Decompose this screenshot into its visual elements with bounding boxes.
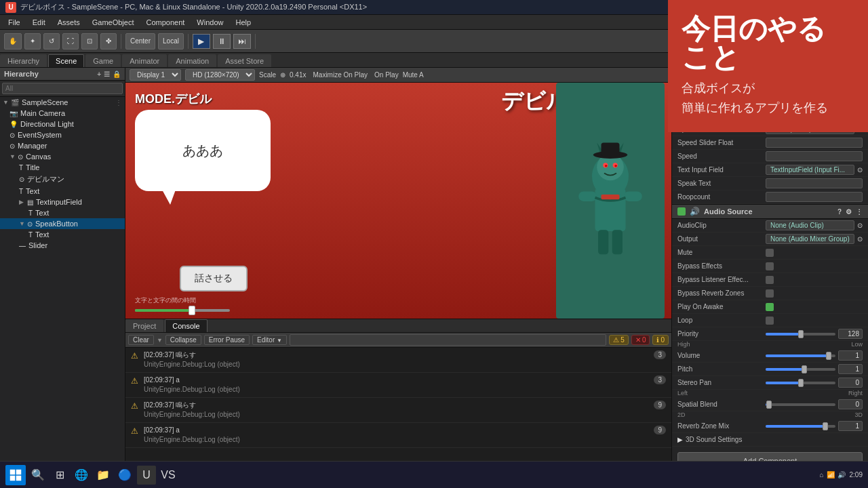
start-button[interactable] (5, 465, 26, 485)
tree-item-text1[interactable]: T Text (0, 186, 125, 197)
taskbar-search[interactable]: 🔍 (28, 466, 47, 485)
tree-item-main-camera[interactable]: 📷 Main Camera (0, 108, 125, 119)
tab-game[interactable]: Game (85, 54, 121, 67)
taskbar-taskview[interactable]: ⊞ (50, 466, 69, 485)
reverb-slider[interactable] (766, 425, 835, 428)
tool-combined[interactable]: ✤ (100, 33, 117, 49)
pitch-value[interactable]: 1 (838, 364, 863, 374)
tree-item-eventsystem[interactable]: ⊙ EventSystem (0, 129, 125, 140)
menu-window[interactable]: Window (191, 17, 229, 28)
ref-settings-2[interactable]: ⊙ (857, 166, 863, 174)
tree-item-text3[interactable]: T Text (0, 229, 125, 240)
hierarchy-add[interactable]: + (97, 70, 101, 78)
ref-audioclip[interactable]: None (Audio Clip) (766, 220, 854, 230)
input-speed[interactable]: 0.0805665 (766, 151, 863, 161)
clear-button[interactable]: Clear (128, 335, 154, 345)
collapse-button[interactable]: Collapse (165, 335, 201, 345)
volume-thumb[interactable] (826, 352, 831, 360)
hierarchy-search-input[interactable] (2, 83, 123, 94)
menu-assets[interactable]: Assets (52, 17, 85, 28)
tree-item-canvas[interactable]: ▼ ⊙ Canvas (0, 151, 125, 162)
console-row-2[interactable]: ⚠ [02:09:37] a UnityEngine.Debug:Log (ob… (125, 373, 671, 398)
tray-icon-1[interactable]: ⌂ (819, 471, 823, 479)
tree-item-slider[interactable]: — Slider (0, 240, 125, 251)
tree-item-manager[interactable]: ⊙ Manager (0, 140, 125, 151)
priority-slider[interactable] (766, 333, 835, 336)
pitch-slider[interactable] (766, 368, 835, 371)
maximize-label[interactable]: Maximize On Play (310, 71, 370, 79)
error-badge[interactable]: ✕ 0 (631, 335, 650, 345)
menu-component[interactable]: Component (140, 17, 190, 28)
tab-animator[interactable]: Animator (122, 54, 167, 67)
taskbar-unity[interactable]: U (137, 466, 156, 485)
settings-2d-btn[interactable]: ⚙ (846, 208, 852, 216)
info-badge[interactable]: ℹ 0 (652, 335, 669, 345)
volume-slider[interactable] (766, 354, 835, 357)
bypass-listener-checkbox[interactable] (766, 276, 774, 284)
taskbar-explorer[interactable]: 📁 (94, 466, 113, 485)
tree-item-samplescene[interactable]: ▼ 🎬 SampleScene ⋮ (0, 97, 125, 108)
tree-item-textinputfield[interactable]: ▶ ▤ TextinputField (0, 197, 125, 207)
menu-file[interactable]: File (3, 17, 26, 28)
local-button[interactable]: Local (158, 33, 184, 49)
loop-checkbox[interactable] (766, 317, 774, 325)
game-slider-thumb[interactable] (189, 306, 195, 315)
display-select[interactable]: Display 1 (130, 69, 181, 81)
warn-badge[interactable]: ⚠ 5 (609, 335, 629, 345)
input-speed-float[interactable]: 0.0805665 (766, 138, 863, 148)
volume-value[interactable]: 1 (838, 350, 863, 361)
tree-item-devilman[interactable]: ⊙ デビルマン (0, 173, 125, 186)
reverb-value[interactable]: 1 (838, 421, 863, 431)
tab-project[interactable]: Project (125, 319, 163, 332)
pitch-thumb[interactable] (802, 365, 807, 373)
value-priority[interactable]: 128 (766, 329, 863, 339)
scene-menu[interactable]: ⋮ (115, 99, 122, 106)
input-roopcount[interactable]: 0 (766, 192, 863, 202)
tray-icon-2[interactable]: 📶 (827, 471, 835, 479)
bypass-effects-checkbox[interactable] (766, 262, 774, 270)
reverb-thumb[interactable] (823, 422, 828, 430)
stereo-slider[interactable] (766, 382, 835, 384)
tool-move[interactable]: ✦ (24, 33, 41, 49)
tab-asset-store[interactable]: Asset Store (218, 54, 271, 67)
tool-scale[interactable]: ⛶ (62, 33, 79, 49)
tool-hand[interactable]: ✋ (4, 33, 22, 49)
tool-rotate[interactable]: ↺ (43, 33, 60, 49)
menu-edit[interactable]: Edit (27, 17, 51, 28)
bypass-reverb-checkbox[interactable] (766, 289, 774, 298)
console-row-4[interactable]: ⚠ [02:09:37] a UnityEngine.Debug:Log (ob… (125, 423, 671, 448)
clear-dropdown[interactable]: ▼ (157, 337, 163, 344)
menu-gameobject[interactable]: GameObject (87, 17, 140, 28)
step-button[interactable]: ⏭ (233, 34, 251, 49)
priority-thumb[interactable] (798, 330, 804, 338)
input-speak-text[interactable]: ああああ (766, 178, 863, 188)
game-slider-track[interactable] (135, 309, 230, 312)
hierarchy-menu[interactable]: ☰ (104, 70, 110, 78)
taskbar-ie[interactable]: 🔵 (115, 466, 134, 485)
stereo-value[interactable]: 0 (838, 378, 863, 388)
pause-button[interactable]: ⏸ (213, 34, 231, 49)
spatial-value[interactable]: 0 (838, 399, 863, 409)
error-pause-button[interactable]: Error Pause (204, 335, 250, 345)
audio-source-checkbox[interactable] (677, 207, 686, 216)
stereo-thumb[interactable] (798, 379, 804, 387)
more-btn[interactable]: ⋮ (856, 208, 863, 216)
mute-label[interactable]: Mute A (403, 71, 424, 79)
tool-rect[interactable]: ⊡ (81, 33, 98, 49)
priority-value[interactable]: 128 (838, 329, 863, 339)
console-row-1[interactable]: ⚠ [02:09:37] 鳴らす UnityEngine.Debug:Log (… (125, 348, 671, 373)
ref-textinput[interactable]: TextInputField (Input Fi... (766, 165, 854, 175)
tree-item-directional-light[interactable]: 💡 Directional Light (0, 119, 125, 129)
play-button[interactable]: ▶ (193, 34, 210, 49)
ref-settings-4[interactable]: ⊙ (857, 235, 863, 243)
tree-item-speakbutton[interactable]: ▼ ⊙ SpeakButton (0, 218, 125, 229)
tab-animation[interactable]: Animation (168, 54, 216, 67)
editor-button[interactable]: Editor ▼ (252, 335, 287, 345)
ref-output[interactable]: None (Audio Mixer Group) (766, 234, 854, 244)
center-button[interactable]: Center (125, 33, 155, 49)
help-btn[interactable]: ? (837, 208, 842, 216)
tab-console[interactable]: Console (165, 319, 207, 332)
spatial-slider[interactable] (766, 403, 835, 406)
ref-settings-3[interactable]: ⊙ (857, 222, 863, 229)
speak-button[interactable]: 話させる (180, 266, 248, 291)
